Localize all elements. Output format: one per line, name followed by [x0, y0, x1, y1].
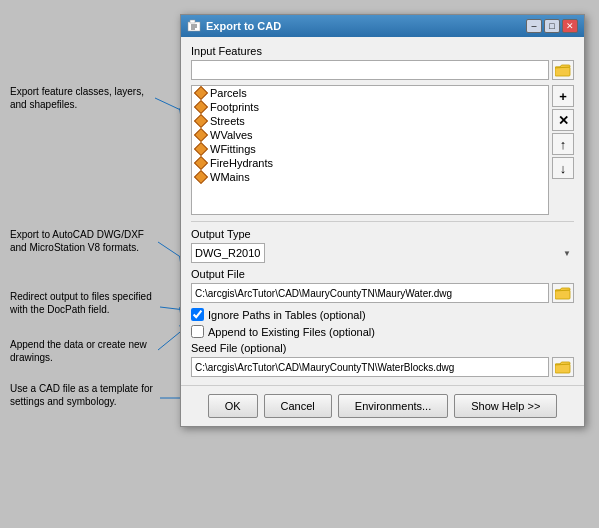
maximize-button[interactable]: □ — [544, 19, 560, 33]
input-features-row — [191, 60, 574, 80]
annotation-1: Export feature classes, layers, and shap… — [10, 85, 150, 111]
feature-icon — [194, 170, 208, 184]
output-type-row: DWG_R2010DXF_R2010DGN_V8 — [191, 243, 574, 263]
ignore-paths-label: Ignore Paths in Tables (optional) — [208, 309, 366, 321]
output-type-select[interactable]: DWG_R2010DXF_R2010DGN_V8 — [191, 243, 265, 263]
page-wrapper: Export feature classes, layers, and shap… — [0, 0, 599, 528]
list-item[interactable]: Streets — [192, 114, 548, 128]
feature-icon — [194, 114, 208, 128]
feature-icon — [194, 86, 208, 100]
append-files-row: Append to Existing Files (optional) — [191, 325, 574, 338]
input-features-field[interactable] — [191, 60, 549, 80]
input-features-browse-button[interactable] — [552, 60, 574, 80]
seed-file-browse-button[interactable] — [552, 357, 574, 377]
feature-icon — [194, 156, 208, 170]
annotation-5: Use a CAD file as a template for setting… — [10, 382, 158, 408]
minimize-button[interactable]: – — [526, 19, 542, 33]
output-type-wrapper: DWG_R2010DXF_R2010DGN_V8 — [191, 243, 574, 263]
list-item[interactable]: Footprints — [192, 100, 548, 114]
dialog-body: Input Features ParcelsFootprintsStreetsW… — [181, 37, 584, 385]
seed-file-label: Seed File (optional) — [191, 342, 574, 354]
feature-icon — [194, 128, 208, 142]
svg-rect-11 — [190, 20, 195, 23]
output-file-row — [191, 283, 574, 303]
side-buttons: + ✕ ↑ ↓ — [552, 85, 574, 215]
output-file-label: Output File — [191, 268, 574, 280]
append-files-checkbox[interactable] — [191, 325, 204, 338]
ok-button[interactable]: OK — [208, 394, 258, 418]
title-buttons: – □ ✕ — [526, 19, 578, 33]
seed-file-field[interactable] — [191, 357, 549, 377]
dialog-icon — [187, 19, 201, 33]
show-help-button[interactable]: Show Help >> — [454, 394, 557, 418]
append-files-label: Append to Existing Files (optional) — [208, 326, 375, 338]
svg-rect-17 — [555, 364, 570, 373]
list-item[interactable]: Parcels — [192, 86, 548, 100]
output-file-browse-button[interactable] — [552, 283, 574, 303]
svg-rect-15 — [555, 67, 570, 76]
feature-icon — [194, 142, 208, 156]
environments-button[interactable]: Environments... — [338, 394, 448, 418]
dialog-footer: OK Cancel Environments... Show Help >> — [181, 385, 584, 426]
list-item[interactable]: WValves — [192, 128, 548, 142]
annotation-4: Append the data or create new drawings. — [10, 338, 155, 364]
ignore-paths-row: Ignore Paths in Tables (optional) — [191, 308, 574, 321]
list-item[interactable]: WFittings — [192, 142, 548, 156]
close-button[interactable]: ✕ — [562, 19, 578, 33]
feature-icon — [194, 100, 208, 114]
list-item[interactable]: FireHydrants — [192, 156, 548, 170]
list-item[interactable]: WMains — [192, 170, 548, 184]
annotation-2: Export to AutoCAD DWG/DXF and MicroStati… — [10, 228, 155, 254]
output-type-label: Output Type — [191, 228, 574, 240]
add-feature-button[interactable]: + — [552, 85, 574, 107]
title-bar: Export to CAD – □ ✕ — [181, 15, 584, 37]
seed-file-row — [191, 357, 574, 377]
feature-list[interactable]: ParcelsFootprintsStreetsWValvesWFittings… — [191, 85, 549, 215]
output-file-field[interactable] — [191, 283, 549, 303]
svg-rect-16 — [555, 290, 570, 299]
annotation-3: Redirect output to files specified with … — [10, 290, 158, 316]
cancel-button[interactable]: Cancel — [264, 394, 332, 418]
export-to-cad-dialog: Export to CAD – □ ✕ Input Features — [180, 14, 585, 427]
list-area-wrapper: ParcelsFootprintsStreetsWValvesWFittings… — [191, 85, 574, 215]
move-up-button[interactable]: ↑ — [552, 133, 574, 155]
ignore-paths-checkbox[interactable] — [191, 308, 204, 321]
title-bar-left: Export to CAD — [187, 19, 281, 33]
move-down-button[interactable]: ↓ — [552, 157, 574, 179]
input-features-label: Input Features — [191, 45, 574, 57]
divider-1 — [191, 221, 574, 222]
remove-feature-button[interactable]: ✕ — [552, 109, 574, 131]
dialog-title: Export to CAD — [206, 20, 281, 32]
